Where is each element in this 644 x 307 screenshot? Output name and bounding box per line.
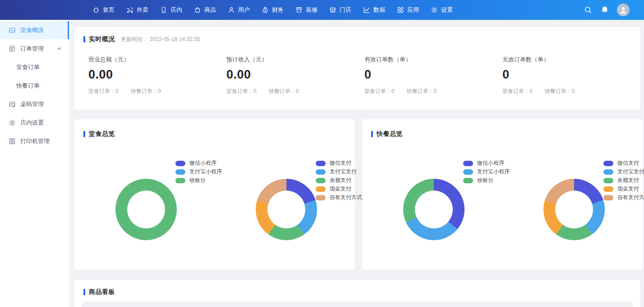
legend-item-支付宝支付[interactable]: 支付宝支付 xyxy=(316,167,362,176)
stat-sub-item: 快餐订单：0 xyxy=(131,88,161,95)
bell-icon[interactable] xyxy=(600,5,609,14)
legend-item-现金支付[interactable]: 现金支付 xyxy=(603,185,644,193)
legend-swatch xyxy=(603,186,613,192)
goods-board-panel-edge xyxy=(82,302,633,307)
legend-label: 余额支付 xyxy=(330,177,351,184)
nav-item-门店[interactable]: 门店 xyxy=(323,0,357,20)
nav-item-用户[interactable]: 用户 xyxy=(222,0,256,20)
stat-label: 营业总额（元） xyxy=(88,56,226,64)
home-icon xyxy=(92,6,100,14)
top-nav-menu: 首页外卖店内商品用户财务装修门店数据应用设置 xyxy=(87,0,459,20)
nav-item-label: 装修 xyxy=(306,6,317,14)
sidebar-item-label: 桌码管理 xyxy=(20,100,44,108)
sidebar-item-订单管理[interactable]: 订单管理 xyxy=(0,40,69,58)
goods-board-title: 商品看板 xyxy=(89,288,115,296)
legend-item-余额支付[interactable]: 余额支付 xyxy=(316,176,362,185)
sidebar-item-打印机管理[interactable]: 打印机管理 xyxy=(0,132,69,150)
fast-food-overview-title: 快餐总览 xyxy=(377,130,403,138)
stat-label: 预计收入（元） xyxy=(226,56,364,64)
nav-item-label: 商品 xyxy=(204,6,216,14)
nav-item-label: 外卖 xyxy=(137,6,148,14)
legend-item-微信支付[interactable]: 微信支付 xyxy=(603,159,644,167)
dine-in-payment-method-donut xyxy=(256,179,317,240)
sidebar-item-店内设置[interactable]: 店内设置 xyxy=(0,114,69,132)
legend-label: 微信支付 xyxy=(617,159,639,167)
legend-label: 自有支付方式 xyxy=(617,194,644,201)
nav-item-label: 用户 xyxy=(238,6,250,14)
nav-item-装修[interactable]: 装修 xyxy=(290,0,323,20)
stat-sub-values: 堂食订单：0快餐订单：0 xyxy=(502,88,640,95)
legend-item-自有支付方式[interactable]: 自有支付方式 xyxy=(316,193,362,202)
sidebar-item-label: 堂食订单 xyxy=(16,63,40,71)
table-code-icon xyxy=(9,101,16,108)
fast-food-payment-method-donut xyxy=(543,179,605,240)
store-settings-icon xyxy=(9,119,16,126)
realtime-title: 实时概况 xyxy=(89,35,115,43)
fast-food-payment-method-legend: 微信支付支付宝支付余额支付现金支付自有支付方式 xyxy=(603,159,644,202)
stat-value: 0 xyxy=(364,68,502,82)
sidebar-item-快餐订单[interactable]: 快餐订单 xyxy=(0,77,69,95)
nav-item-设置[interactable]: 设置 xyxy=(425,0,459,20)
nav-item-应用[interactable]: 应用 xyxy=(391,0,425,20)
dine-in-overview-title: 堂食总览 xyxy=(89,130,115,138)
legend-item-支付宝支付[interactable]: 支付宝支付 xyxy=(603,167,644,176)
stat-有效订单数（单）: 有效订单数（单）0堂食订单：0快餐订单：0 xyxy=(364,56,502,95)
legend-label: 收银台 xyxy=(189,177,206,184)
legend-swatch xyxy=(316,161,326,166)
chevron-up-icon[interactable] xyxy=(56,46,62,51)
legend-swatch xyxy=(175,169,185,175)
sidebar-item-堂食订单[interactable]: 堂食订单 xyxy=(0,58,69,76)
sidebar-item-label: 订单管理 xyxy=(20,45,44,53)
title-accent-bar xyxy=(83,131,85,137)
legend-item-现金支付[interactable]: 现金支付 xyxy=(316,185,362,193)
top-nav: 首页外卖店内商品用户财务装修门店数据应用设置 xyxy=(0,0,644,20)
legend-swatch xyxy=(603,161,613,166)
nav-item-首页[interactable]: 首页 xyxy=(87,0,120,20)
stat-label: 有效订单数（单） xyxy=(364,56,502,64)
nav-item-外卖[interactable]: 外卖 xyxy=(120,0,154,20)
sidebar-item-label: 堂食概况 xyxy=(20,26,44,34)
title-accent-bar xyxy=(83,36,85,42)
stat-sub-item: 堂食订单：0 xyxy=(364,88,395,95)
dine-in-overview-card: 堂食总览 微信小程序支付宝小程序收银台 微信支付支付宝支付余额支付现金支付自有支… xyxy=(74,119,355,270)
title-accent-bar xyxy=(371,131,373,137)
apps-icon xyxy=(397,6,404,14)
nav-item-商品[interactable]: 商品 xyxy=(188,0,222,20)
main-content: 实时概况 更新时间：2022-05-18 14:32:35 营业总额（元）0.0… xyxy=(74,20,644,307)
stat-营业总额（元）: 营业总额（元）0.00堂食订单：0快餐订单：0 xyxy=(88,56,226,95)
nav-item-label: 首页 xyxy=(103,6,115,14)
legend-item-自有支付方式[interactable]: 自有支付方式 xyxy=(603,193,644,202)
stat-value: 0 xyxy=(502,68,640,82)
legend-item-余额支付[interactable]: 余额支付 xyxy=(603,176,644,185)
sidebar-item-桌码管理[interactable]: 桌码管理 xyxy=(0,95,69,113)
legend-label: 余额支付 xyxy=(617,177,639,184)
nav-item-财务[interactable]: 财务 xyxy=(256,0,290,20)
search-icon[interactable] xyxy=(584,5,593,14)
legend-swatch xyxy=(316,178,326,183)
stat-value: 0.00 xyxy=(88,68,226,82)
stat-sub-item: 堂食订单：0 xyxy=(502,88,533,95)
settings-icon xyxy=(431,6,438,14)
legend-label: 收银台 xyxy=(477,177,493,184)
update-time-value: 2022-05-18 14:32:35 xyxy=(150,36,200,42)
stat-sub-values: 堂食订单：0快餐订单：0 xyxy=(88,88,226,95)
update-time: 更新时间：2022-05-18 14:32:35 xyxy=(121,36,200,43)
user-avatar[interactable] xyxy=(617,4,630,16)
dine-in-payment-method-legend: 微信支付支付宝支付余额支付现金支付自有支付方式 xyxy=(316,159,362,202)
legend-label: 支付宝支付 xyxy=(330,168,357,176)
legend-item-微信支付[interactable]: 微信支付 xyxy=(316,159,362,167)
realtime-overview-card: 实时概况 更新时间：2022-05-18 14:32:35 营业总额（元）0.0… xyxy=(74,27,640,109)
legend-label: 现金支付 xyxy=(330,185,351,193)
fast-food-overview-card: 快餐总览 微信小程序支付宝小程序收银台 微信支付支付宝支付余额支付现金支付自有支… xyxy=(362,119,643,270)
sidebar: 堂食概况订单管理堂食订单快餐订单桌码管理店内设置打印机管理 xyxy=(0,20,69,307)
title-accent-bar xyxy=(83,289,85,295)
sidebar-item-堂食概况[interactable]: 堂食概况 xyxy=(0,21,69,39)
legend-swatch xyxy=(316,169,326,175)
fast-food-order-source-donut xyxy=(403,179,465,240)
nav-item-店内[interactable]: 店内 xyxy=(154,0,188,20)
goods-icon xyxy=(194,6,201,14)
legend-swatch xyxy=(603,195,613,200)
legend-label: 现金支付 xyxy=(617,185,639,193)
nav-item-数据[interactable]: 数据 xyxy=(357,0,391,20)
takeout-icon xyxy=(126,6,133,14)
